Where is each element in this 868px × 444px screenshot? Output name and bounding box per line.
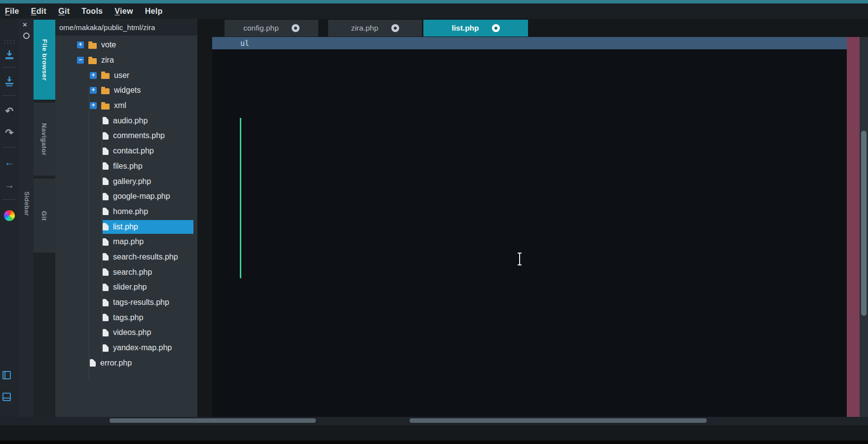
sidebar-tab-strip: File browserNavigatorGit: [34, 19, 55, 417]
menu-item-file[interactable]: File: [5, 7, 19, 16]
file-icon: [103, 238, 109, 246]
save-icon[interactable]: [0, 47, 19, 62]
sidebar-tab-label: File browser: [41, 39, 48, 80]
tree-item-label: home.php: [113, 207, 148, 216]
sidebar-header-strip: × Sidebar: [19, 19, 34, 417]
tree-item-home-php[interactable]: home.php: [55, 204, 197, 220]
folder-icon: [88, 58, 97, 64]
tree-item-label: xml: [114, 101, 126, 110]
file-icon: [103, 329, 109, 336]
sidebar-tab-file-browser[interactable]: File browser: [34, 20, 55, 100]
tree-item-error-php[interactable]: error.php: [55, 355, 197, 370]
back-icon[interactable]: ←: [0, 155, 19, 170]
tree-item-label: comments.php: [113, 131, 165, 140]
sidebar-tab-git[interactable]: Git: [34, 179, 55, 253]
menu-item-tools[interactable]: Tools: [81, 7, 103, 16]
tree-folder-vote[interactable]: +vote: [55, 37, 197, 53]
file-icon: [103, 132, 109, 140]
redo-icon[interactable]: ↷: [0, 125, 19, 140]
tree-item-label: videos.php: [113, 328, 151, 337]
tab-label: zira.php: [351, 24, 378, 33]
breadcrumb-item-ul[interactable]: ul: [240, 39, 249, 48]
menu-item-help[interactable]: Help: [145, 7, 163, 16]
tree-item-label: user: [114, 71, 129, 80]
file-icon: [103, 253, 109, 260]
tree-item-gallery-php[interactable]: gallery.php: [55, 174, 197, 189]
tab-zira-php[interactable]: zira.php: [328, 20, 422, 37]
path-bar[interactable]: ome/makaka/public_html/zira: [55, 19, 197, 36]
tree-item-tags-php[interactable]: tags.php: [55, 310, 197, 325]
expander-icon[interactable]: +: [77, 41, 84, 48]
sidebar-panel-label: Sidebar: [23, 191, 31, 216]
tree-item-slider-php[interactable]: slider.php: [55, 280, 197, 295]
menu-item-git[interactable]: Git: [58, 7, 70, 16]
tree-item-label: tags.php: [113, 313, 143, 322]
tree-folder-xml[interactable]: +xml: [55, 98, 197, 113]
tree-item-list-php[interactable]: list.php: [55, 219, 197, 234]
sidebar-detach-icon[interactable]: [23, 33, 30, 39]
tree-item-label: files.php: [113, 162, 143, 171]
tab-label: config.php: [243, 24, 279, 33]
tab-list-php[interactable]: list.php: [423, 20, 528, 37]
tree-item-tags-results-php[interactable]: tags-results.php: [55, 295, 197, 310]
tree-item-google-map-php[interactable]: google-map.php: [55, 189, 197, 204]
file-browser-panel: ome/makaka/public_html/zira +vote−zira+u…: [55, 19, 197, 417]
folder-icon: [101, 104, 110, 110]
close-icon[interactable]: [391, 24, 399, 32]
tree-item-label: contact.php: [113, 147, 154, 155]
sidebar-tab-navigator[interactable]: Navigator: [34, 103, 55, 176]
code-editor[interactable]: [212, 49, 847, 417]
minimap-strip[interactable]: [847, 37, 860, 417]
toolbar-grip: [3, 39, 15, 44]
menu-item-view[interactable]: View: [114, 7, 133, 16]
vertical-scrollbar-thumb[interactable]: [861, 131, 867, 316]
current-path: ome/makaka/public_html/zira: [55, 23, 155, 32]
tree-folder-zira[interactable]: −zira: [55, 53, 197, 68]
folder-icon: [101, 88, 110, 94]
tree-item-contact-php[interactable]: contact.php: [55, 144, 197, 159]
horizontal-scroll-row: [0, 417, 868, 425]
file-icon: [103, 344, 109, 352]
window-top-strip: [0, 0, 868, 3]
toolbar-divider: [2, 67, 16, 68]
tree-item-videos-php[interactable]: videos.php: [55, 325, 197, 340]
tree-item-search-results-php[interactable]: search-results.php: [55, 250, 197, 265]
undo-icon[interactable]: ↶: [0, 104, 19, 118]
tree-folder-user[interactable]: +user: [55, 68, 197, 83]
tree-item-label: audio.php: [113, 116, 148, 125]
expander-icon[interactable]: +: [90, 72, 97, 79]
tree-item-comments-php[interactable]: comments.php: [55, 128, 197, 144]
menu-item-edit[interactable]: Edit: [31, 7, 46, 16]
sidebar-close-icon[interactable]: ×: [23, 20, 27, 29]
tree-item-search-php[interactable]: search.php: [55, 264, 197, 280]
save-all-icon[interactable]: [0, 74, 19, 89]
file-icon: [103, 314, 109, 321]
left-toolbar: ↶ ↷ ← →: [0, 19, 19, 417]
tree-item-label: widgets: [114, 86, 141, 95]
panel-bottom-icon[interactable]: [2, 393, 11, 401]
tree-item-label: tags-results.php: [113, 298, 169, 307]
close-icon[interactable]: [292, 24, 300, 32]
tab-label: list.php: [452, 24, 479, 33]
file-icon: [103, 284, 109, 291]
toolbar-divider: [2, 95, 16, 96]
tree-item-files-php[interactable]: files.php: [55, 159, 197, 174]
expander-icon[interactable]: −: [77, 57, 84, 64]
close-icon[interactable]: [492, 24, 500, 32]
tree-item-audio-php[interactable]: audio.php: [55, 113, 197, 128]
tree-hscrollbar-thumb[interactable]: [110, 418, 316, 423]
editor-window: FileEditGitToolsViewHelp ↶ ↷ ← → × Sideb…: [0, 0, 868, 444]
forward-icon[interactable]: →: [0, 178, 19, 192]
editor-hscrollbar-thumb[interactable]: [410, 418, 707, 423]
tree-item-map-php[interactable]: map.php: [55, 234, 197, 250]
file-icon: [103, 208, 109, 215]
color-wheel-icon[interactable]: [0, 208, 19, 223]
tree-folder-widgets[interactable]: +widgets: [55, 83, 197, 98]
expander-icon[interactable]: +: [90, 102, 97, 109]
tree-item-label: yandex-map.php: [113, 343, 172, 352]
panel-left-icon[interactable]: [2, 371, 11, 379]
tree-item-label: search-results.php: [113, 253, 178, 261]
expander-icon[interactable]: +: [90, 87, 97, 94]
tree-item-yandex-map-php[interactable]: yandex-map.php: [55, 340, 197, 356]
tab-config-php[interactable]: config.php: [225, 20, 318, 37]
